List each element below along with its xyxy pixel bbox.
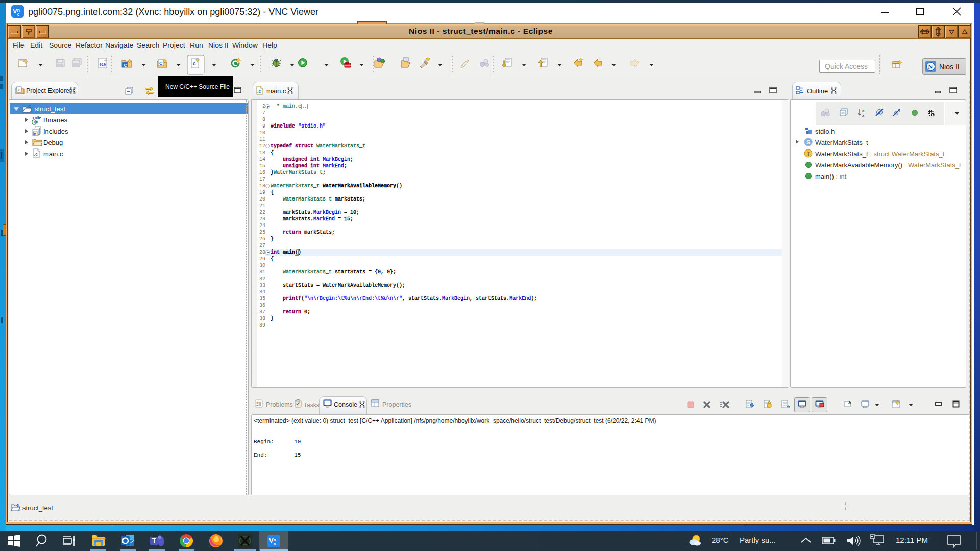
svg-text:c: c xyxy=(193,61,196,66)
svg-text:h: h xyxy=(34,132,37,136)
svg-text:T: T xyxy=(807,151,811,157)
svg-text:c: c xyxy=(17,12,20,17)
svg-text:.c: .c xyxy=(34,152,38,157)
svg-text:C: C xyxy=(124,63,127,68)
svg-text:.c: .c xyxy=(257,89,261,94)
svg-text:S: S xyxy=(806,139,810,145)
svg-text:C: C xyxy=(159,61,163,66)
svg-text:010: 010 xyxy=(100,63,106,67)
svg-text:c: c xyxy=(274,541,276,546)
svg-text:N: N xyxy=(928,63,933,70)
svg-text:C: C xyxy=(16,504,19,507)
svg-text:z: z xyxy=(862,113,864,118)
svg-text:C: C xyxy=(28,104,31,109)
